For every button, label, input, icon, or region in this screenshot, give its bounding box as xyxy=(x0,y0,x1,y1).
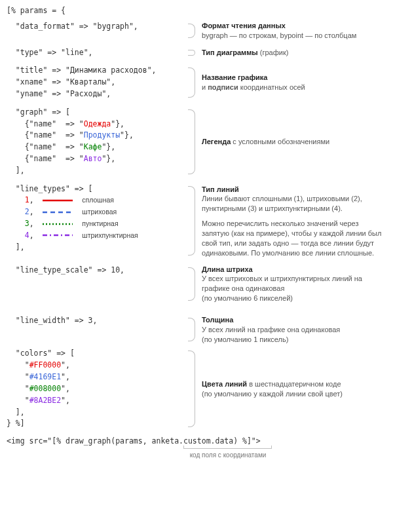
curly-bracket-icon xyxy=(188,50,195,56)
annotation-desc: (по умолчанию 6 пикселей) xyxy=(202,294,386,303)
code-text: "graph" => [ {"name" => "Одежда"}, {"nam… xyxy=(7,107,183,177)
annotation-title: Тип линий xyxy=(202,185,239,193)
param-type: "type" => "line", Тип диаграммы (график) xyxy=(7,47,386,59)
annotation-desc: и подписи координатных осей xyxy=(202,83,386,92)
annotation-suffix: в шестнадцатеричном коде xyxy=(247,380,341,388)
annotation-title: Толщина xyxy=(202,316,233,324)
param-line-types: "line_types" => [ 1, сплошная 2, штрихов… xyxy=(7,183,386,258)
param-titles: "title" => "Динамика расходов", "xname" … xyxy=(7,65,386,100)
annotation-desc: с условными обозначениями xyxy=(231,138,329,145)
line-type-number: 1 xyxy=(25,195,29,204)
annotation-desc: Линии бывают сплошными (1), штриховыми (… xyxy=(202,194,386,214)
legend-item: Кафе xyxy=(84,142,102,151)
annotation: Тип диаграммы (график) xyxy=(199,47,386,59)
color-value: #8A2BE2 xyxy=(29,396,61,405)
code-text: "title" => "Динамика расходов", "xname" … xyxy=(7,65,183,100)
annotation-desc: Можно перечислить несколько значений чер… xyxy=(202,219,386,257)
curly-bracket-icon xyxy=(188,186,195,256)
annotation-desc: (по умолчанию 1 пиксель) xyxy=(202,335,386,345)
annotation: Название графика и подписи координатных … xyxy=(199,65,386,100)
curly-bracket-icon xyxy=(188,67,195,97)
legend-item: Одежда xyxy=(84,119,111,128)
param-line-width: "line_width" => 3, Толщина У всех линий … xyxy=(7,315,386,345)
curly-bracket-icon xyxy=(188,267,195,301)
param-graph: "graph" => [ {"name" => "Одежда"}, {"nam… xyxy=(7,107,386,177)
line-type-number: 4 xyxy=(25,231,29,240)
legend-item: Авто xyxy=(84,154,102,163)
curly-bracket-icon xyxy=(188,109,195,174)
annotation: Цвета линий в шестнадцатеричном коде (по… xyxy=(199,348,386,430)
param-colors: "colors" => [ "#FF0000", "#4169E1", "#00… xyxy=(7,348,386,430)
code-text: "line_type_scale" => 10, xyxy=(7,265,183,303)
curly-bracket-icon xyxy=(188,351,195,427)
annotation-title: Длина штриха xyxy=(202,265,253,273)
color-value: #008000 xyxy=(29,384,61,393)
curly-bracket-icon xyxy=(188,24,195,38)
code-text: "line_types" => [ 1, сплошная 2, штрихов… xyxy=(7,183,183,258)
line-type-label: пунктирная xyxy=(82,219,118,227)
line-type-label: штрихпунктирная xyxy=(82,231,138,239)
color-value: #4169E1 xyxy=(29,372,61,381)
annotation-desc: bygraph — по строкам, bypoint — по столб… xyxy=(202,31,386,41)
annotation: Тип линий Линии бывают сплошными (1), шт… xyxy=(199,183,386,258)
footer-caption: код поля с координатами xyxy=(182,451,274,459)
code-text: [% params = { xyxy=(7,5,183,17)
code-text: "data_format" => "bygraph", xyxy=(7,21,183,41)
line-dotted-icon xyxy=(43,221,73,227)
underbracket-icon xyxy=(183,448,272,449)
line-type-number: 2 xyxy=(25,207,29,216)
line-type-number: 3 xyxy=(25,219,29,228)
annotation-desc: У всех линий на графике она одинаковая xyxy=(202,325,386,335)
line-dashed-icon xyxy=(43,210,73,215)
annotation-title: Название графика xyxy=(202,73,267,81)
code-text: "line_width" => 3, xyxy=(7,315,183,345)
param-line-type-scale: "line_type_scale" => 10, Длина штриха У … xyxy=(7,265,386,303)
line-solid-icon xyxy=(43,198,73,203)
annotation-desc: У всех штриховых и штрихпунктирных линий… xyxy=(202,274,386,294)
annotation-suffix: (график) xyxy=(258,48,289,56)
line-type-label: сплошная xyxy=(82,196,114,204)
annotation: Длина штриха У всех штриховых и штрихпун… xyxy=(199,265,386,303)
code-open: [% params = { xyxy=(7,5,386,17)
curly-bracket-icon xyxy=(188,318,195,342)
annotation: Легенда с условными обозначениями xyxy=(199,107,386,177)
code-text: <img src="[% draw_graph(params, anketa.c… xyxy=(7,436,386,446)
annotation: Формат чтения данных bygraph — по строка… xyxy=(199,21,386,41)
color-value: #FF0000 xyxy=(29,360,61,370)
annotation: Толщина У всех линий на графике она один… xyxy=(199,315,386,345)
annotation-title: Цвета линий xyxy=(202,380,247,388)
code-text: "colors" => [ "#FF0000", "#4169E1", "#00… xyxy=(7,348,183,430)
line-type-label: штриховая xyxy=(82,208,117,216)
line-dashdot-icon xyxy=(43,233,73,238)
code-text: "type" => "line", xyxy=(7,47,183,59)
legend-item: Продукты xyxy=(84,130,120,140)
footer-code: <img src="[% draw_graph(params, anketa.c… xyxy=(7,436,386,459)
annotation-title: Легенда xyxy=(202,138,231,145)
annotation-title: Формат чтения данных xyxy=(202,22,286,29)
annotation-desc: (по умолчанию у каждой линии свой цвет) xyxy=(202,389,386,399)
param-data-format: "data_format" => "bygraph", Формат чтени… xyxy=(7,21,386,41)
annotation-title: Тип диаграммы xyxy=(202,48,258,56)
